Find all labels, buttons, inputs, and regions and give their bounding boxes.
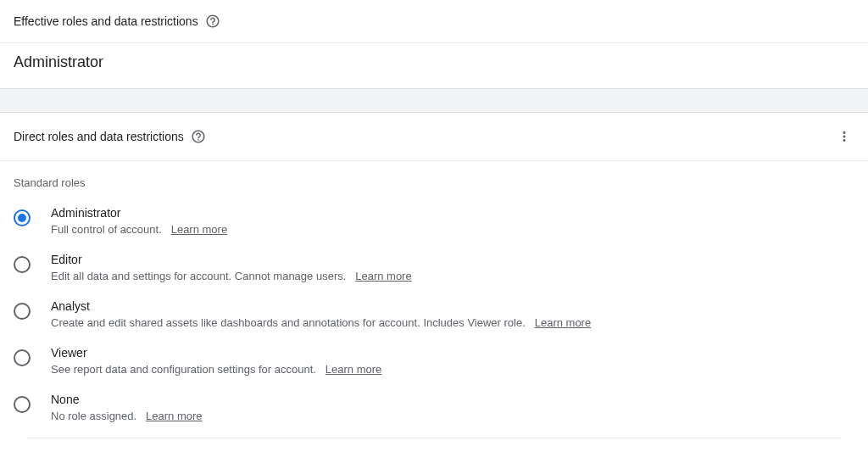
help-icon[interactable] xyxy=(191,129,206,144)
role-list: Administrator Full control of account. L… xyxy=(0,198,868,452)
role-name: Administrator xyxy=(51,206,854,220)
role-option-editor[interactable]: Editor Edit all data and settings for ac… xyxy=(14,244,854,291)
section-spacer xyxy=(0,89,868,113)
effective-roles-header: Effective roles and data restrictions xyxy=(0,0,868,42)
learn-more-link[interactable]: Learn more xyxy=(171,223,227,236)
role-name: Viewer xyxy=(51,346,854,360)
standard-roles-label: Standard roles xyxy=(0,161,868,198)
role-option-viewer[interactable]: Viewer See report data and configuration… xyxy=(14,337,854,384)
help-icon[interactable] xyxy=(205,14,220,29)
role-desc: Create and edit shared assets like dashb… xyxy=(51,316,854,329)
radio-none[interactable] xyxy=(14,396,31,413)
radio-analyst[interactable] xyxy=(14,303,31,320)
current-effective-role: Administrator xyxy=(0,43,868,89)
radio-administrator[interactable] xyxy=(14,209,31,226)
learn-more-link[interactable]: Learn more xyxy=(535,316,591,329)
direct-roles-header: Direct roles and data restrictions xyxy=(0,113,868,161)
role-option-none[interactable]: None No role assigned. Learn more xyxy=(14,384,854,431)
learn-more-link[interactable]: Learn more xyxy=(355,270,411,282)
role-name: Editor xyxy=(51,253,854,266)
role-option-administrator[interactable]: Administrator Full control of account. L… xyxy=(14,198,854,244)
role-desc: Full control of account. Learn more xyxy=(51,223,854,236)
effective-roles-title: Effective roles and data restrictions xyxy=(14,14,198,28)
more-menu-button[interactable] xyxy=(834,126,854,147)
direct-roles-title: Direct roles and data restrictions xyxy=(14,130,184,143)
role-desc: Edit all data and settings for account. … xyxy=(51,270,854,282)
learn-more-link[interactable]: Learn more xyxy=(326,363,381,376)
divider xyxy=(27,438,841,438)
radio-editor[interactable] xyxy=(14,256,31,273)
role-option-analyst[interactable]: Analyst Create and edit shared assets li… xyxy=(14,291,854,337)
role-desc: See report data and configuration settin… xyxy=(51,363,854,376)
role-name: None xyxy=(51,393,854,406)
learn-more-link[interactable]: Learn more xyxy=(146,410,202,422)
role-desc: No role assigned. Learn more xyxy=(51,410,854,422)
radio-viewer[interactable] xyxy=(14,349,31,366)
role-name: Analyst xyxy=(51,299,854,313)
